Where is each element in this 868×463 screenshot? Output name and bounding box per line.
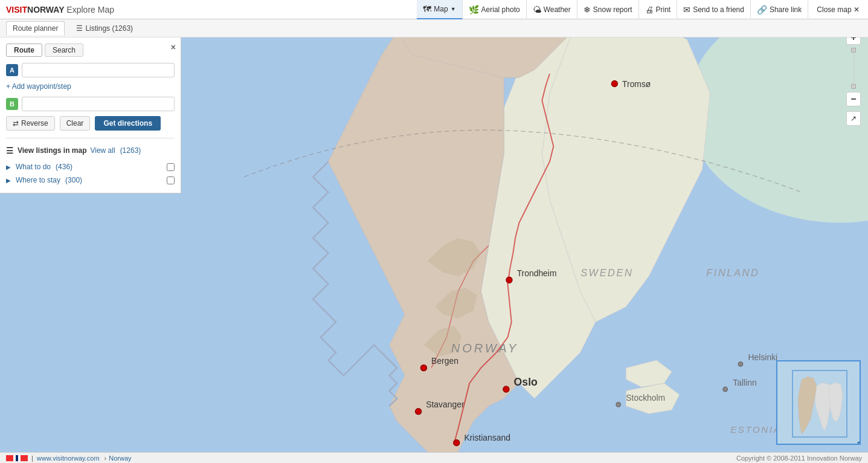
route-planner-label: Route planner <box>13 24 58 33</box>
svg-text:Stavanger: Stavanger <box>426 400 465 409</box>
close-sidebar-btn[interactable]: × <box>171 42 176 52</box>
route-tab[interactable]: Route <box>6 44 42 57</box>
send-friend-btn[interactable]: ✉ Send to a friend <box>677 0 751 19</box>
listings-label: Listings (1263) <box>85 24 133 33</box>
weather-label: Weather <box>544 5 571 14</box>
svg-point-12 <box>420 365 426 371</box>
share-label: Share link <box>770 5 802 14</box>
svg-text:NORWAY: NORWAY <box>451 342 519 355</box>
what-to-do-count: (436) <box>56 163 72 171</box>
where-to-stay-count: (300) <box>65 176 82 184</box>
send-label: Send to a friend <box>693 5 744 14</box>
footer-url[interactable]: www.visitnorway.com <box>37 455 100 462</box>
email-icon: ✉ <box>683 5 690 15</box>
svg-text:Trondheim: Trondheim <box>517 268 557 278</box>
clear-label: Clear <box>66 119 84 128</box>
snow-icon: ❄ <box>583 5 591 15</box>
zoom-controls: + − ↗ <box>846 30 861 126</box>
svg-text:Tromsø: Tromsø <box>622 79 651 89</box>
listings-icon: ☰ <box>76 24 83 33</box>
clear-btn[interactable]: Clear <box>60 116 91 131</box>
waypoint-a-input[interactable] <box>22 63 175 77</box>
footer: | www.visitnorway.com › Norway Copyright… <box>0 452 868 463</box>
map-btn[interactable]: 🗺 Map ▼ <box>417 0 462 19</box>
footer-sep: › <box>104 455 107 462</box>
footer-separator: | <box>31 455 33 462</box>
svg-text:Helsinki: Helsinki <box>748 352 778 362</box>
mini-map[interactable]: ▾ <box>776 360 861 445</box>
waypoint-b-input[interactable] <box>22 97 175 111</box>
view-all-link[interactable]: View all <box>90 146 115 155</box>
svg-text:ESTONIA: ESTONIA <box>730 424 781 435</box>
svg-point-24 <box>616 403 621 407</box>
svg-point-20 <box>738 362 743 367</box>
header-nav: 🗺 Map ▼ 🌿 Aerial photo 🌤 Weather ❄ Snow … <box>417 0 868 19</box>
waypoint-a-row: A <box>6 63 175 77</box>
flag-strip <box>6 455 28 461</box>
svg-point-8 <box>611 80 617 86</box>
svg-text:Bergen: Bergen <box>431 356 458 366</box>
aerial-icon: 🌿 <box>469 5 479 15</box>
route-search-tabs: Route Search <box>6 44 175 57</box>
view-listings-title: View listings in map <box>18 146 86 155</box>
map-label: Map <box>434 5 448 13</box>
get-directions-btn[interactable]: Get directions <box>95 116 161 131</box>
header: VISITNORWAY Explore Map 🗺 Map ▼ 🌿 Aerial… <box>0 0 868 19</box>
svg-text:Oslo: Oslo <box>514 376 538 388</box>
print-btn[interactable]: 🖨 Print <box>639 0 678 19</box>
what-to-do-label: What to do <box>16 163 51 171</box>
waypoint-a-label: A <box>6 64 18 76</box>
aerial-btn[interactable]: 🌿 Aerial photo <box>463 0 527 19</box>
sidebar-panel: × Route Search A + Add waypoint/step B ⇄… <box>0 37 181 193</box>
copyright: Copyright © 2008-2011 Innovation Norway <box>736 455 862 462</box>
zoom-track <box>854 53 854 83</box>
svg-text:Kristiansand: Kristiansand <box>464 433 510 442</box>
zoom-handle-bottom <box>851 84 856 89</box>
list-icon: ☰ <box>6 146 14 155</box>
flag-red1 <box>6 455 13 461</box>
svg-point-18 <box>454 439 460 445</box>
where-to-stay-checkbox[interactable] <box>167 176 175 184</box>
logo-norway: NORWAY <box>27 5 64 15</box>
expand-btn[interactable]: ↗ <box>846 111 861 126</box>
close-label: Close map ✕ <box>817 5 860 14</box>
add-waypoint-btn[interactable]: + Add waypoint/step <box>6 82 175 91</box>
what-to-do-arrow: ▶ <box>6 164 11 170</box>
snow-btn[interactable]: ❄ Snow report <box>577 0 639 19</box>
reverse-icon: ⇄ <box>13 119 19 128</box>
snow-label: Snow report <box>593 5 632 14</box>
svg-point-16 <box>416 409 422 415</box>
reverse-btn[interactable]: ⇄ Reverse <box>6 116 55 131</box>
weather-btn[interactable]: 🌤 Weather <box>527 0 577 19</box>
listings-tab[interactable]: ☰ Listings (1263) <box>69 21 140 36</box>
where-to-stay-label: Where to stay <box>16 176 60 184</box>
logo-explore: Explore Map <box>64 5 114 15</box>
link-icon: 🔗 <box>757 5 767 15</box>
map-icon: 🗺 <box>423 4 431 14</box>
logo-visit: VISIT <box>6 5 27 15</box>
divider <box>6 138 175 138</box>
svg-point-22 <box>723 387 728 392</box>
print-label: Print <box>656 5 671 14</box>
what-to-do-item[interactable]: ▶ What to do (436) <box>6 160 175 173</box>
share-link-btn[interactable]: 🔗 Share link <box>751 0 808 19</box>
footer-country[interactable]: Norway <box>109 455 131 462</box>
where-to-stay-arrow: ▶ <box>6 177 11 184</box>
flag <box>6 455 28 461</box>
zoom-out-btn[interactable]: − <box>846 92 861 106</box>
weather-icon: 🌤 <box>533 5 541 15</box>
svg-text:▾: ▾ <box>857 441 860 445</box>
where-to-stay-item[interactable]: ▶ Where to stay (300) <box>6 173 175 187</box>
aerial-label: Aerial photo <box>481 5 520 14</box>
action-row: ⇄ Reverse Clear Get directions <box>6 116 175 131</box>
svg-text:Stockholm: Stockholm <box>626 393 665 403</box>
what-to-do-checkbox[interactable] <box>167 163 175 171</box>
svg-text:SWEDEN: SWEDEN <box>580 267 633 278</box>
search-tab[interactable]: Search <box>45 44 83 57</box>
route-planner-tab[interactable]: Route planner <box>6 21 65 36</box>
directions-label: Get directions <box>103 119 152 128</box>
close-map-btn[interactable]: Close map ✕ <box>808 0 868 19</box>
waypoint-b-row: B <box>6 97 175 111</box>
svg-text:Tallinn: Tallinn <box>733 378 756 387</box>
view-listings-header: ☰ View listings in map View all (1263) <box>6 146 175 155</box>
